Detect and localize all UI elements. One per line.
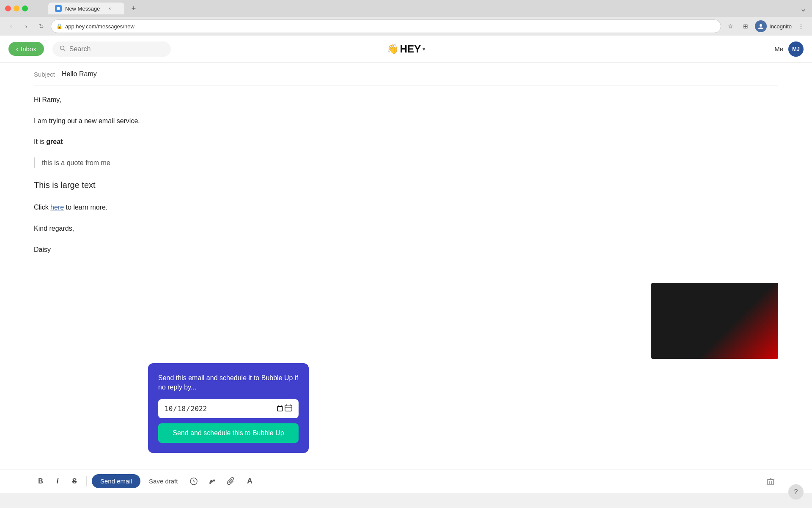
lock-icon: 🔒 <box>56 23 63 29</box>
here-link[interactable]: here <box>50 204 64 211</box>
toolbar-separator-1 <box>86 476 87 486</box>
refresh-button[interactable]: ↻ <box>36 20 47 32</box>
browser-titlebar: New Message × + ⌄ <box>0 0 812 17</box>
calendar-icon <box>284 403 293 414</box>
hey-logo[interactable]: 👋 HEY ▾ <box>387 43 425 55</box>
save-draft-button[interactable]: Save draft <box>144 474 183 488</box>
date-input-wrapper[interactable] <box>158 399 299 418</box>
logo-text: HEY <box>400 43 421 55</box>
body-line-2: It is great <box>34 136 778 147</box>
svg-point-11 <box>213 479 215 481</box>
svg-point-10 <box>210 480 213 483</box>
back-button[interactable]: ‹ <box>5 20 17 32</box>
schedule-popup-title: Send this email and schedule it to Bubbl… <box>158 373 299 392</box>
paperclip-button[interactable] <box>223 474 239 489</box>
delete-button[interactable] <box>763 474 778 489</box>
traffic-lights <box>5 6 28 11</box>
body-quote: this is a quote from me <box>34 157 778 168</box>
svg-point-0 <box>760 24 762 27</box>
window-collapse-button[interactable]: ⌄ <box>800 4 807 13</box>
send-and-schedule-button[interactable]: Send and schedule this to Bubble Up <box>158 423 299 443</box>
browser-tab[interactable]: New Message × <box>48 3 124 14</box>
grid-button[interactable]: ⊞ <box>740 20 752 32</box>
body-large-text: This is large text <box>34 178 778 192</box>
svg-point-1 <box>60 46 64 50</box>
help-button[interactable]: ? <box>788 484 804 500</box>
forward-button[interactable]: › <box>20 20 32 32</box>
tab-close-button[interactable]: × <box>107 6 112 11</box>
svg-line-2 <box>63 49 65 51</box>
header-right: Me MJ <box>774 41 804 57</box>
email-image-inner <box>651 283 778 359</box>
tab-favicon <box>55 5 62 12</box>
logo-dropdown-icon: ▾ <box>422 46 425 52</box>
bubbles-button[interactable] <box>205 474 220 489</box>
email-body[interactable]: Hi Ramy, I am trying out a new email ser… <box>34 86 778 273</box>
minimize-window-button[interactable] <box>14 6 19 11</box>
subject-label: Subject <box>34 71 55 78</box>
body-line-1: I am trying out a new email service. <box>34 116 778 127</box>
strikethrough-button[interactable]: S <box>68 475 81 488</box>
maximize-window-button[interactable] <box>22 6 28 11</box>
tab-title: New Message <box>65 6 100 12</box>
browser-chrome: New Message × + ⌄ ‹ › ↻ 🔒 app.hey.com/me… <box>0 0 812 36</box>
bold-button[interactable]: B <box>34 475 47 488</box>
send-email-button[interactable]: Send email <box>92 474 140 488</box>
date-input[interactable] <box>164 404 284 413</box>
body-link-line: Click here to learn more. <box>34 202 778 213</box>
avatar[interactable]: MJ <box>788 41 804 57</box>
bookmark-button[interactable]: ☆ <box>724 20 736 32</box>
search-icon <box>59 45 66 53</box>
browser-more-button[interactable]: ⋮ <box>795 20 807 32</box>
close-window-button[interactable] <box>5 6 11 11</box>
app-header: ‹ Inbox 👋 HEY ▾ Me MJ <box>0 36 812 63</box>
search-input[interactable] <box>69 45 154 53</box>
browser-toolbar: ‹ › ↻ 🔒 app.hey.com/messages/new ☆ ⊞ Inc… <box>0 17 812 36</box>
incognito-icon <box>755 20 767 32</box>
compose-toolbar: B I S Send email Save draft <box>0 469 812 493</box>
svg-rect-13 <box>768 480 774 485</box>
inbox-button[interactable]: ‹ Inbox <box>8 42 44 56</box>
body-greeting: Hi Ramy, <box>34 94 778 105</box>
clock-button[interactable] <box>186 474 201 489</box>
font-button[interactable]: A <box>242 474 257 489</box>
body-signature: Daisy <box>34 244 778 255</box>
subject-row: Subject Hello Ramy <box>34 63 778 86</box>
svg-point-12 <box>209 482 211 484</box>
me-label: Me <box>774 45 783 52</box>
schedule-popup: Send this email and schedule it to Bubbl… <box>148 363 309 453</box>
email-image <box>651 283 778 359</box>
body-regards: Kind regards, <box>34 223 778 234</box>
search-bar[interactable] <box>52 41 171 57</box>
wave-icon: 👋 <box>387 44 398 55</box>
svg-line-9 <box>194 481 195 482</box>
user-area[interactable]: Incognito <box>755 20 792 32</box>
app: ‹ Inbox 👋 HEY ▾ Me MJ Subject Hello Ramy <box>0 36 812 493</box>
italic-button[interactable]: I <box>51 475 64 488</box>
address-bar[interactable]: 🔒 app.hey.com/messages/new <box>51 19 721 33</box>
inbox-label: Inbox <box>21 45 36 52</box>
subject-value: Hello Ramy <box>62 70 97 78</box>
compose-area: Subject Hello Ramy Hi Ramy, I am trying … <box>0 63 812 469</box>
toolbar-right-icons: ☆ ⊞ Incognito ⋮ <box>724 20 807 32</box>
inbox-arrow-icon: ‹ <box>16 45 18 52</box>
new-tab-button[interactable]: + <box>128 3 140 14</box>
compose-wrapper: Send this email and schedule it to Bubbl… <box>0 469 812 493</box>
svg-rect-3 <box>285 405 292 411</box>
incognito-label: Incognito <box>769 23 792 30</box>
address-text: app.hey.com/messages/new <box>65 23 134 30</box>
